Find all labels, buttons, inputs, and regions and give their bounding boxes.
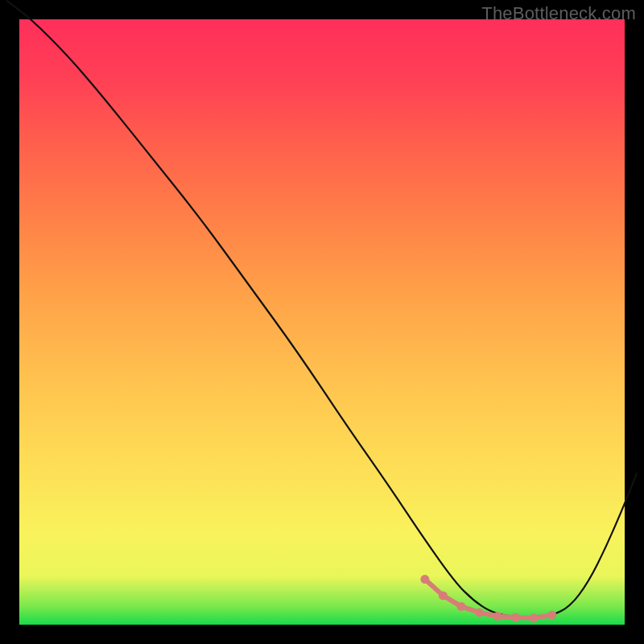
svg-point-7 xyxy=(547,610,556,619)
optimal-range-highlight xyxy=(420,575,556,622)
bottleneck-curve xyxy=(7,1,637,618)
svg-point-1 xyxy=(439,591,448,600)
svg-point-5 xyxy=(511,613,520,621)
chart-frame: TheBottleneck.com xyxy=(0,0,644,644)
svg-point-2 xyxy=(456,602,465,611)
svg-point-4 xyxy=(493,612,502,621)
svg-point-0 xyxy=(420,575,429,584)
chart-svg xyxy=(19,19,625,625)
plot-area xyxy=(19,19,625,625)
svg-point-3 xyxy=(475,608,484,617)
svg-point-6 xyxy=(530,613,539,622)
